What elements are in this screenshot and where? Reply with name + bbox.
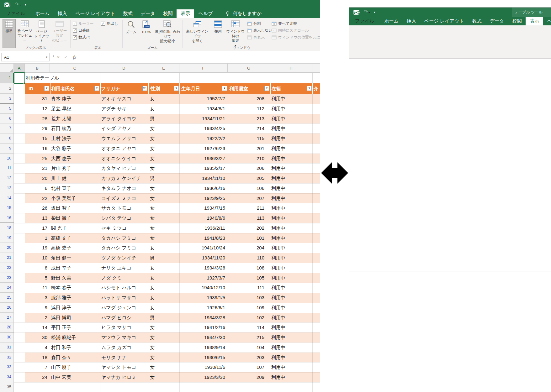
cell-birth[interactable]: 1934/7/15 xyxy=(181,203,225,213)
cell-kana[interactable]: アライ タイヨウ xyxy=(101,114,136,123)
cell-kana[interactable]: イシダ アヤノ xyxy=(101,123,131,133)
cell-sex[interactable]: 女 xyxy=(150,353,155,362)
cell-id[interactable]: 12 xyxy=(25,104,47,114)
cell-name[interactable]: 服部 雅子 xyxy=(51,293,71,303)
cell-sex[interactable]: 女 xyxy=(150,332,155,342)
cell-room[interactable]: 207 xyxy=(229,193,264,203)
cell-sex[interactable]: 女 xyxy=(150,372,155,382)
cell-birth[interactable]: 1927/6/23 xyxy=(181,144,225,154)
customize-quick-access-icon[interactable]: ▾ xyxy=(374,11,375,14)
cell-name[interactable]: 足立 早紀 xyxy=(51,104,71,114)
filter-button-利用居室[interactable]: ▼ xyxy=(264,86,269,91)
cell-sex[interactable]: 女 xyxy=(150,322,155,332)
cell-kana[interactable]: ヤマナカ ヒロミ xyxy=(101,372,136,382)
cell-room[interactable]: 214 xyxy=(229,123,264,133)
cell-kana[interactable]: ムラタ カズコ xyxy=(101,342,131,353)
cell-birth[interactable]: 1930/6/15 xyxy=(181,353,225,362)
row-number-6[interactable]: 6 xyxy=(0,114,14,123)
ribbon-button-改ページプレビュー[interactable]: 改ページ プレビュー xyxy=(17,19,33,48)
cell-status[interactable]: 利用中 xyxy=(271,213,285,223)
cell-status[interactable]: 利用中 xyxy=(271,303,285,313)
cell-room[interactable]: 111 xyxy=(229,283,264,293)
row-number-28[interactable]: 28 xyxy=(0,322,14,332)
cell-sex[interactable]: 女 xyxy=(150,273,155,283)
row-number-5[interactable]: 5 xyxy=(0,104,14,114)
column-letter-H[interactable]: H xyxy=(270,64,312,73)
ribbon-button-ウィンドウ枠の固定▾[interactable]: ウィンドウ枠の 固定 ▾ xyxy=(226,19,245,48)
cell-room[interactable]: 208 xyxy=(229,94,264,104)
cell-id[interactable]: 30 xyxy=(25,332,47,342)
filter-button-利用者氏名[interactable]: ▼ xyxy=(94,86,99,91)
cell-id[interactable]: 29 xyxy=(25,123,47,133)
cell-kana[interactable]: カタヤマ ヒデコ xyxy=(101,163,136,173)
cell-id[interactable]: 9 xyxy=(25,303,47,313)
row-number-30[interactable]: 30 xyxy=(0,332,14,342)
filter-button-性別[interactable]: ▼ xyxy=(174,86,179,91)
cell-room[interactable]: 113 xyxy=(229,213,264,223)
column-letter-A[interactable]: A xyxy=(14,64,25,73)
row-number-33[interactable]: 33 xyxy=(0,362,14,372)
cell-status[interactable]: 利用中 xyxy=(271,293,285,303)
cell-status[interactable]: 利用中 xyxy=(271,273,285,283)
row-number-7[interactable]: 7 xyxy=(0,123,14,133)
cell-sex[interactable]: 女 xyxy=(150,263,155,273)
cell-birth[interactable]: 1935/2/17 xyxy=(181,163,225,173)
cell-sex[interactable]: 女 xyxy=(150,104,155,114)
cell-sex[interactable]: 男 xyxy=(150,173,155,183)
cell-kana[interactable]: モリタ ナナ xyxy=(101,353,127,362)
cell-id[interactable]: 1 xyxy=(25,233,47,243)
cell-sex[interactable]: 女 xyxy=(150,154,155,163)
cell-room[interactable]: 104 xyxy=(229,342,264,353)
row-number-20[interactable]: 20 xyxy=(0,243,14,253)
insert-function-icon[interactable]: fx xyxy=(71,53,78,61)
cell-status[interactable]: 利用中 xyxy=(271,154,285,163)
cell-id[interactable]: 24 xyxy=(25,372,47,382)
row-number-3[interactable]: 3 xyxy=(0,94,14,104)
cell-room[interactable]: 105 xyxy=(229,273,264,283)
cell-kana[interactable]: タカハシ フミコ xyxy=(101,243,136,253)
tab-ページ レイアウト[interactable]: ページ レイアウト xyxy=(420,17,468,25)
cell-id[interactable]: 18 xyxy=(25,353,47,362)
cell-id[interactable]: 25 xyxy=(25,154,47,163)
cell-name[interactable]: 北村 直子 xyxy=(51,183,71,193)
tab-file[interactable]: ファイル xyxy=(0,9,31,18)
cell-sex[interactable]: 女 xyxy=(150,233,155,243)
ribbon-button-標準[interactable]: 標準 xyxy=(3,19,16,48)
tab-数式[interactable]: 数式 xyxy=(468,17,486,25)
cell-birth[interactable]: 1934/3/26 xyxy=(181,263,225,273)
cell-status[interactable]: 利用中 xyxy=(271,203,285,213)
tab-表示[interactable]: 表示 xyxy=(177,9,194,18)
cell-id[interactable]: 21 xyxy=(25,163,47,173)
row-number-11[interactable]: 11 xyxy=(0,163,14,173)
cell-sex[interactable]: 女 xyxy=(150,293,155,303)
cell-birth[interactable]: 1927/3/7 xyxy=(181,273,225,283)
cell-kana[interactable]: アオキ ヤスコ xyxy=(101,94,131,104)
cell-id[interactable]: 4 xyxy=(25,342,47,353)
cell-status[interactable]: 利用中 xyxy=(271,183,285,193)
cell-id[interactable]: 15 xyxy=(25,133,47,144)
cell-status[interactable]: 利用中 xyxy=(271,263,285,273)
row-number-27[interactable]: 27 xyxy=(0,313,14,322)
cell-name[interactable]: 荒井 太陽 xyxy=(51,114,71,123)
cell-room[interactable]: 101 xyxy=(229,233,264,243)
cell-name[interactable]: 大西 恵子 xyxy=(51,154,71,163)
cell-sex[interactable]: 男 xyxy=(150,253,155,263)
cell-sex[interactable]: 女 xyxy=(150,362,155,372)
cell-name[interactable]: 高橋 文子 xyxy=(51,233,71,243)
cell-name[interactable]: 高橋 史子 xyxy=(51,243,71,253)
cell-id[interactable]: 20 xyxy=(25,173,47,183)
column-letter-F[interactable]: F xyxy=(179,64,228,73)
cell-name[interactable]: 大谷 彩子 xyxy=(51,144,71,154)
cell-sex[interactable]: 女 xyxy=(150,203,155,213)
cell-kana[interactable]: ハットリ マサコ xyxy=(101,293,136,303)
cell-id[interactable]: 14 xyxy=(25,322,47,332)
cell-id[interactable]: 22 xyxy=(25,193,47,203)
cell-sex[interactable]: 女 xyxy=(150,144,155,154)
cell-sex[interactable]: 女 xyxy=(150,213,155,223)
cell-room[interactable]: 211 xyxy=(229,203,264,213)
cell-birth[interactable]: 1934/11/21 xyxy=(181,114,225,123)
filter-button-生年月日[interactable]: ▼ xyxy=(222,86,227,91)
cell-birth[interactable]: 1923/9/25 xyxy=(181,193,225,203)
cell-birth[interactable]: 1933/4/25 xyxy=(181,123,225,133)
row-number-34[interactable]: 34 xyxy=(0,372,14,382)
